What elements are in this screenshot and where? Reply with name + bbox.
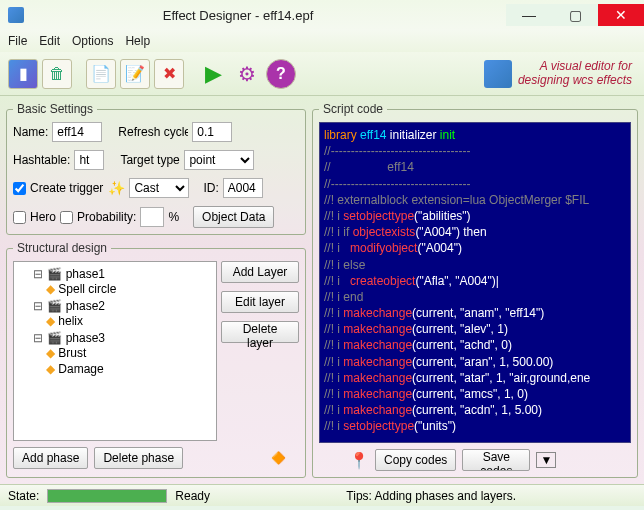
menu-file[interactable]: File (8, 34, 27, 48)
script-legend: Script code (319, 102, 387, 116)
prob-input[interactable] (140, 207, 164, 227)
create-trigger-label: Create trigger (30, 181, 103, 195)
refresh-label: Refresh cycle: (118, 125, 188, 139)
close-button[interactable]: ✕ (598, 4, 644, 26)
delete-phase-button[interactable]: Delete phase (94, 447, 183, 469)
hero-check[interactable] (13, 211, 26, 224)
cast-select[interactable]: Cast (129, 178, 189, 198)
tree-layer[interactable]: ◆ Spell circle (46, 281, 212, 297)
menu-help[interactable]: Help (125, 34, 150, 48)
id-label: ID: (203, 181, 218, 195)
refresh-input[interactable] (192, 122, 232, 142)
titlebar: Effect Designer - eff14.epf — ▢ ✕ (0, 0, 644, 30)
basic-legend: Basic Settings (13, 102, 97, 116)
delete-note-icon[interactable]: ✖ (154, 59, 184, 89)
name-input[interactable] (52, 122, 102, 142)
tree-layer[interactable]: ◆ Brust (46, 345, 212, 361)
edit-note-icon[interactable]: 📝 (120, 59, 150, 89)
hash-input[interactable] (74, 150, 104, 170)
struct-legend: Structural design (13, 241, 111, 255)
script-code-group: Script code library eff14 initializer in… (312, 102, 638, 478)
pin-icon[interactable]: 📍 (349, 451, 369, 470)
structural-design-group: Structural design ⊟ 🎬 phase1◆ Spell circ… (6, 241, 306, 478)
dropdown-icon[interactable]: ▼ (536, 452, 556, 468)
menu-options[interactable]: Options (72, 34, 113, 48)
basic-settings-group: Basic Settings Name: Refresh cycle: Hash… (6, 102, 306, 235)
copy-codes-button[interactable]: Copy codes (375, 449, 456, 471)
code-editor[interactable]: library eff14 initializer init//--------… (319, 122, 631, 443)
object-data-button[interactable]: Object Data (193, 206, 274, 228)
add-phase-button[interactable]: Add phase (13, 447, 88, 469)
name-label: Name: (13, 125, 48, 139)
menu-edit[interactable]: Edit (39, 34, 60, 48)
delete-layer-button[interactable]: Delete layer (221, 321, 299, 343)
minimize-button[interactable]: — (506, 4, 552, 26)
create-trigger-check[interactable] (13, 182, 26, 195)
prob-label: Probability: (77, 210, 136, 224)
tree-view[interactable]: ⊟ 🎬 phase1◆ Spell circle⊟ 🎬 phase2◆ heli… (13, 261, 217, 441)
prob-check[interactable] (60, 211, 73, 224)
help-icon[interactable]: ? (266, 59, 296, 89)
state-label: State: (8, 489, 39, 503)
add-layer-button[interactable]: Add Layer (221, 261, 299, 283)
tree-phase[interactable]: ⊟ 🎬 phase1◆ Spell circle (32, 266, 212, 298)
save-codes-button[interactable]: Save codes (462, 449, 530, 471)
structure-icon[interactable]: 🔶 (265, 445, 291, 471)
statusbar: State: Ready Tips: Adding phases and lay… (0, 484, 644, 506)
trash-icon[interactable]: 🗑 (42, 59, 72, 89)
toolbar: ▮ 🗑 📄 📝 ✖ ▶ ⚙ ? A visual editor fordesig… (0, 52, 644, 96)
tagline-icon (484, 60, 512, 88)
status-ready: Ready (175, 489, 210, 503)
tree-phase[interactable]: ⊟ 🎬 phase3◆ Brust◆ Damage (32, 330, 212, 378)
app-icon (8, 7, 24, 23)
menubar: File Edit Options Help (0, 30, 644, 52)
target-select[interactable]: point (184, 150, 254, 170)
tree-layer[interactable]: ◆ helix (46, 313, 212, 329)
gear-icon[interactable]: ⚙ (232, 59, 262, 89)
prob-unit: % (168, 210, 179, 224)
hero-label: Hero (30, 210, 56, 224)
window-title: Effect Designer - eff14.epf (30, 8, 506, 23)
progress-bar (47, 489, 167, 503)
status-tips: Tips: Adding phases and layers. (346, 489, 516, 503)
target-label: Target type: (120, 153, 180, 167)
tagline: A visual editor fordesigning wcs effects (484, 60, 636, 88)
hash-label: Hashtable: (13, 153, 70, 167)
tree-phase[interactable]: ⊟ 🎬 phase2◆ helix (32, 298, 212, 330)
tree-layer[interactable]: ◆ Damage (46, 361, 212, 377)
add-note-icon[interactable]: 📄 (86, 59, 116, 89)
play-icon[interactable]: ▶ (198, 59, 228, 89)
cast-icon: ✨ (107, 179, 125, 197)
new-icon[interactable]: ▮ (8, 59, 38, 89)
maximize-button[interactable]: ▢ (552, 4, 598, 26)
id-input[interactable] (223, 178, 263, 198)
edit-layer-button[interactable]: Edit layer (221, 291, 299, 313)
